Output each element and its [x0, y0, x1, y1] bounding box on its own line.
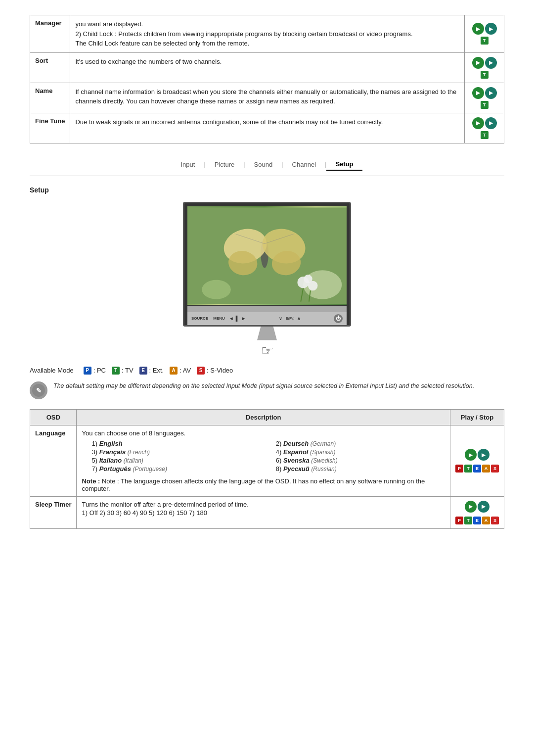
play-icon: ▶	[465, 501, 477, 513]
lang-native: (French)	[128, 449, 150, 456]
language-label: Language	[30, 425, 77, 496]
lang-name: Français	[99, 448, 126, 456]
play2-icon: ▶	[485, 57, 497, 69]
channel-table: Manager you want are displayed. 2) Child…	[30, 15, 504, 143]
enter-caret-icon: ∧	[297, 316, 301, 321]
sleep-timer-desc: Turns the monitor off after a pre-determ…	[77, 496, 450, 528]
svideo-label: : S-Video	[207, 367, 233, 374]
lang-num: 1)	[91, 440, 99, 447]
pc-label: : PC	[93, 367, 106, 374]
p-badge: P	[455, 517, 463, 524]
source-label: SOURCE	[191, 316, 208, 321]
arrow-bar-icon: ▌	[236, 316, 239, 321]
lang-name: Português	[99, 465, 131, 472]
tv-bottom-bar	[187, 306, 347, 312]
available-mode-row: Available Mode P : PC T : TV E : Ext. A …	[30, 367, 504, 375]
t-badge: T	[481, 37, 489, 45]
row-desc-name: If channel name information is broadcast…	[70, 83, 465, 113]
playstop-col-header: Play / Stop	[450, 409, 504, 425]
lang-num: 8)	[276, 465, 283, 472]
lang-num: 6)	[276, 457, 283, 464]
lang-name: Deutsch	[283, 440, 309, 447]
table-row: Manager you want are displayed. 2) Child…	[30, 15, 504, 53]
lang-num: 4)	[276, 448, 283, 456]
row-desc-manager: you want are displayed. 2) Child Lock : …	[70, 15, 465, 53]
tv-illustration: SOURCE MENU ◄ ▌ ► ∨ E/P⌂ ∧ ⏻	[30, 202, 504, 359]
note-text-lang: Note : The language chosen affects only …	[82, 477, 425, 492]
mode-ext: E : Ext.	[139, 367, 164, 375]
list-item: 1) English	[91, 440, 261, 447]
t-badge: T	[464, 465, 472, 472]
table-row: Sleep Timer Turns the monitor off after …	[30, 496, 504, 528]
language-grid: 1) English 2) Deutsch (German) 3) França…	[91, 440, 445, 472]
nav-picture[interactable]: Picture	[206, 159, 243, 170]
language-note: Note : Note : The language chosen affect…	[82, 477, 445, 492]
lang-native: (Spanish)	[310, 449, 335, 456]
enter-label: E/P⌂	[285, 316, 294, 321]
osd-table: OSD Description Play / Stop Language You…	[30, 409, 504, 529]
available-mode-label: Available Mode	[30, 367, 74, 374]
lang-num: 5)	[91, 457, 99, 464]
power-icon[interactable]: ⏻	[334, 314, 343, 323]
ext-badge: E	[139, 367, 147, 375]
lang-name: English	[99, 440, 123, 447]
play2-icon: ▶	[478, 501, 490, 513]
svg-point-2	[202, 280, 231, 299]
list-item: 3) Français (French)	[91, 448, 261, 456]
list-item: 5) Italiano (Italian)	[91, 457, 261, 464]
lang-native: (Portuguese)	[133, 466, 167, 472]
row-label-manager: Manager	[30, 15, 70, 53]
table-row: Name If channel name information is broa…	[30, 83, 504, 113]
lang-num: 7)	[91, 465, 99, 472]
row-icon-name: ▶ ▶ T	[465, 83, 504, 113]
e-badge: E	[473, 465, 481, 472]
desc-col-header: Description	[77, 409, 450, 425]
play2-icon: ▶	[478, 449, 490, 461]
mode-pc: P : PC	[84, 367, 106, 375]
row-icon-finetune: ▶ ▶ T	[465, 113, 504, 143]
mode-av: A : AV	[170, 367, 191, 375]
lang-num: 2)	[276, 440, 283, 447]
lang-native: (Italian)	[124, 457, 143, 464]
language-icon-cell: ▶ ▶ P T E A S	[450, 425, 504, 496]
sleep-desc-text: Turns the monitor off after a pre-determ…	[82, 501, 445, 508]
tv-label: : TV	[122, 367, 134, 374]
p-badge: P	[455, 465, 463, 472]
t-badge: T	[464, 517, 472, 524]
arrow-left-icon: ◄	[229, 316, 234, 321]
ext-label: : Ext.	[149, 367, 164, 374]
nav-setup[interactable]: Setup	[326, 158, 362, 171]
nav-input[interactable]: Input	[172, 159, 204, 170]
svg-point-12	[304, 275, 312, 284]
sleep-timer-label: Sleep Timer	[30, 496, 77, 528]
setup-title: Setup	[30, 186, 504, 194]
pteas-badges: P T E A S	[455, 516, 499, 524]
t-badge: T	[481, 71, 489, 79]
nav-channel[interactable]: Channel	[283, 159, 325, 170]
hand-cursor-icon: ☞	[261, 342, 273, 359]
pc-badge: P	[84, 367, 91, 375]
lang-name: Русский	[283, 465, 310, 472]
play-icon: ▶	[472, 117, 484, 129]
note-icon: ✎	[30, 381, 47, 399]
table-row: Fine Tune Due to weak signals or an inco…	[30, 113, 504, 143]
row-label-finetune: Fine Tune	[30, 113, 70, 143]
osd-header-row: OSD Description Play / Stop	[30, 409, 504, 425]
play2-icon: ▶	[485, 87, 497, 99]
t-badge: T	[481, 101, 489, 109]
list-item: 8) Русский (Russian)	[276, 465, 445, 472]
lang-name: Español	[283, 448, 309, 456]
lang-num: 3)	[91, 448, 99, 456]
av-label: : AV	[179, 367, 191, 374]
arrow-right-icon: ►	[241, 316, 246, 321]
pteas-badges: P T E A S	[455, 464, 499, 472]
sleep-timer-icon-cell: ▶ ▶ P T E A S	[450, 496, 504, 528]
play-icon: ▶	[472, 23, 484, 35]
sleep-values: 1) Off 2) 30 3) 60 4) 90 5) 120 6) 150 7…	[82, 508, 445, 519]
nav-sound[interactable]: Sound	[245, 159, 282, 170]
row-label-sort: Sort	[30, 52, 70, 83]
play-icon: ▶	[472, 87, 484, 99]
lang-name: Italiano	[99, 457, 122, 464]
lang-intro: You can choose one of 8 languages.	[82, 429, 445, 437]
tv-stand: ☞	[255, 327, 279, 359]
